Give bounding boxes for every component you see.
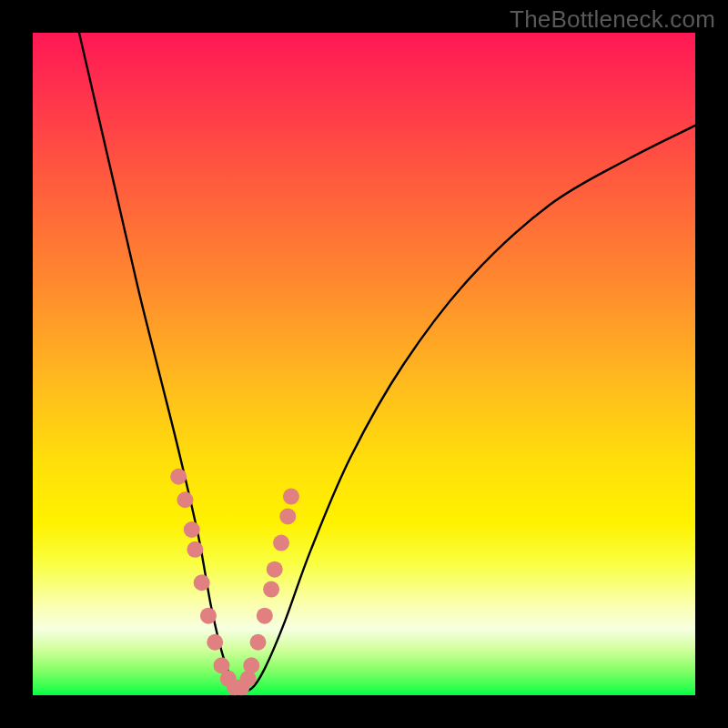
curve-marker xyxy=(263,581,279,598)
chart-svg xyxy=(33,33,695,695)
curve-marker xyxy=(184,521,200,538)
curve-marker xyxy=(200,608,217,624)
curve-marker xyxy=(267,561,283,578)
curve-marker xyxy=(279,508,296,524)
curve-marker xyxy=(273,535,289,551)
curve-marker xyxy=(170,469,187,485)
curve-marker xyxy=(250,634,267,651)
bottleneck-curve xyxy=(79,33,695,692)
curve-marker xyxy=(187,541,203,558)
chart-frame: TheBottleneck.com xyxy=(0,0,728,728)
curve-markers xyxy=(170,469,299,696)
watermark-text: TheBottleneck.com xyxy=(510,5,715,34)
curve-marker xyxy=(194,574,210,591)
curve-marker xyxy=(177,491,193,508)
curve-marker xyxy=(257,608,273,624)
curve-marker xyxy=(207,634,223,651)
curve-marker xyxy=(243,657,259,673)
plot-area xyxy=(33,33,695,695)
curve-marker xyxy=(283,489,299,505)
